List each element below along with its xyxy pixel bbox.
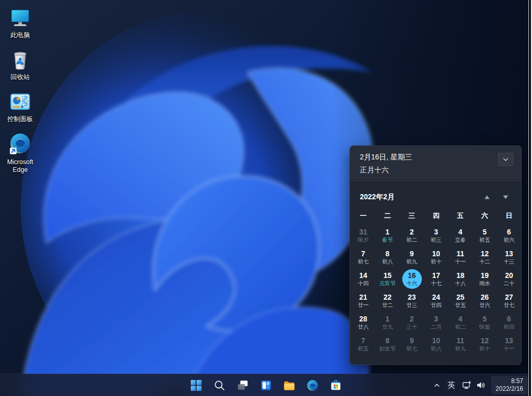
chevron-up-icon bbox=[432, 380, 442, 390]
edge-icon bbox=[306, 379, 319, 392]
calendar-header: 2月16日, 星期三 正月十六 bbox=[350, 146, 521, 183]
calendar-day-cell[interactable]: 23廿三 bbox=[400, 290, 424, 312]
task-view-button[interactable] bbox=[233, 375, 253, 395]
triangle-down-icon bbox=[503, 195, 509, 200]
desktop: 此电脑 回收站 bbox=[0, 0, 532, 396]
desktop-icon-this-pc[interactable]: 此电脑 bbox=[1, 5, 39, 40]
calendar-weekday-row: 一二三四五六日 bbox=[350, 211, 521, 224]
calendar-day-cell[interactable]: 3二月 bbox=[424, 312, 448, 333]
chevron-down-icon bbox=[502, 156, 509, 163]
calendar-day-cell[interactable]: 9初七 bbox=[400, 333, 424, 355]
desktop-icon-label: 回收站 bbox=[10, 74, 30, 81]
file-explorer-icon bbox=[283, 379, 296, 392]
weekday-label: 六 bbox=[473, 211, 497, 224]
weekday-label: 四 bbox=[424, 211, 448, 224]
calendar-day-cell[interactable]: 12初十 bbox=[473, 333, 497, 355]
search-icon bbox=[213, 379, 226, 392]
desktop-icon-control-panel[interactable]: 控制面板 bbox=[1, 89, 39, 124]
calendar-day-cell[interactable]: 10初八 bbox=[424, 333, 448, 355]
calendar-day-cell[interactable]: 11十一 bbox=[448, 246, 473, 268]
calendar-day-cell[interactable]: 5惊蛰 bbox=[473, 312, 497, 333]
triangle-up-icon bbox=[484, 195, 490, 200]
tray-expand-button[interactable] bbox=[430, 376, 444, 394]
weekday-label: 一 bbox=[351, 211, 375, 224]
weekday-label: 五 bbox=[448, 211, 473, 224]
calendar-day-cell[interactable]: 9初九 bbox=[400, 246, 424, 268]
calendar-day-cell[interactable]: 27廿七 bbox=[497, 290, 521, 312]
weekday-label: 二 bbox=[375, 211, 400, 224]
calendar-day-cell[interactable]: 26廿六 bbox=[473, 290, 497, 312]
calendar-day-cell[interactable]: 25廿五 bbox=[448, 290, 473, 312]
search-button[interactable] bbox=[209, 375, 230, 395]
widgets-button[interactable] bbox=[256, 375, 277, 395]
calendar-day-cell[interactable]: 17十七 bbox=[424, 268, 448, 290]
desktop-icon-label: 此电脑 bbox=[10, 32, 30, 39]
taskbar-center-icons bbox=[186, 374, 346, 396]
calendar-date-title: 2月16日, 星期三 bbox=[360, 153, 412, 162]
edge-icon bbox=[8, 132, 33, 157]
calendar-day-cell-selected[interactable]: 16十六 bbox=[400, 268, 424, 290]
calendar-next-month-button[interactable] bbox=[496, 189, 515, 205]
calendar-day-cell[interactable]: 7初七 bbox=[351, 246, 375, 268]
calendar-prev-month-button[interactable] bbox=[478, 189, 496, 205]
desktop-icon-recycle-bin[interactable]: 回收站 bbox=[1, 47, 39, 82]
edge-button[interactable] bbox=[302, 375, 323, 395]
calendar-month-row: 2022年2月 bbox=[350, 183, 521, 211]
calendar-collapse-button[interactable] bbox=[498, 153, 513, 166]
calendar-day-cell[interactable]: 22廿二 bbox=[375, 290, 400, 312]
recycle-bin-icon bbox=[8, 48, 32, 72]
calendar-day-cell[interactable]: 31除夕 bbox=[351, 225, 375, 246]
calendar-grid: 31除夕1春节2初二3初三4立春5初五6初六7初七8初八9初九10初十11十一1… bbox=[350, 224, 521, 355]
network-volume-button[interactable] bbox=[459, 376, 489, 394]
calendar-day-cell[interactable]: 1春节 bbox=[375, 225, 400, 246]
calendar-day-cell[interactable]: 8初八 bbox=[375, 246, 400, 268]
calendar-day-cell[interactable]: 15元宵节 bbox=[375, 268, 400, 290]
calendar-day-cell[interactable]: 6初四 bbox=[497, 312, 521, 333]
tray-date: 2022/2/16 bbox=[496, 385, 523, 393]
file-explorer-button[interactable] bbox=[279, 375, 300, 395]
calendar-day-cell[interactable]: 18十八 bbox=[448, 268, 473, 290]
widgets-icon bbox=[260, 379, 272, 392]
calendar-day-cell[interactable]: 11初九 bbox=[448, 333, 473, 355]
store-button[interactable] bbox=[326, 375, 346, 395]
desktop-icon-label: 控制面板 bbox=[7, 115, 33, 123]
calendar-day-cell[interactable]: 4立春 bbox=[448, 225, 473, 246]
this-pc-icon bbox=[8, 6, 32, 30]
weekday-label: 日 bbox=[497, 211, 521, 224]
calendar-day-cell[interactable]: 7初五 bbox=[351, 333, 375, 355]
calendar-day-cell[interactable]: 13十一 bbox=[497, 333, 521, 355]
calendar-day-cell[interactable]: 5初五 bbox=[473, 225, 497, 246]
calendar-day-cell[interactable]: 3初三 bbox=[424, 225, 448, 246]
calendar-day-cell[interactable]: 6初六 bbox=[497, 225, 521, 246]
desktop-icon-label: Microsoft Edge bbox=[2, 158, 39, 174]
calendar-day-cell[interactable]: 10初十 bbox=[424, 246, 448, 268]
calendar-day-cell[interactable]: 2三十 bbox=[400, 312, 424, 333]
calendar-day-cell[interactable]: 4初二 bbox=[448, 312, 473, 333]
speaker-icon bbox=[476, 380, 486, 390]
clock-button[interactable]: 8:57 2022/2/16 bbox=[491, 376, 528, 394]
calendar-day-cell[interactable]: 12十二 bbox=[473, 246, 497, 268]
ime-indicator-button[interactable]: 英 bbox=[445, 376, 458, 394]
ethernet-network-icon bbox=[462, 380, 472, 390]
control-panel-icon bbox=[8, 90, 32, 114]
calendar-day-cell[interactable]: 19雨水 bbox=[473, 268, 497, 290]
calendar-day-cell[interactable]: 28廿八 bbox=[351, 312, 375, 333]
calendar-lunar-subtitle: 正月十六 bbox=[360, 166, 412, 175]
desktop-icon-list: 此电脑 回收站 bbox=[1, 5, 39, 175]
calendar-day-cell[interactable]: 13十三 bbox=[497, 246, 521, 268]
tray-time: 8:57 bbox=[511, 377, 523, 385]
weekday-label: 三 bbox=[400, 211, 424, 224]
calendar-day-cell[interactable]: 20二十 bbox=[497, 268, 521, 290]
calendar-day-cell[interactable]: 1廿九 bbox=[375, 312, 400, 333]
calendar-month-label: 2022年2月 bbox=[360, 193, 394, 202]
calendar-day-cell[interactable]: 21廿一 bbox=[351, 290, 375, 312]
calendar-day-cell[interactable]: 8妇女节 bbox=[375, 333, 400, 355]
microsoft-store-icon bbox=[329, 379, 342, 392]
desktop-icon-microsoft-edge[interactable]: Microsoft Edge bbox=[1, 131, 39, 175]
calendar-day-cell[interactable]: 24廿四 bbox=[424, 290, 448, 312]
screen-right-edge bbox=[528, 0, 532, 396]
system-tray: 英 8:57 2022/2/16 bbox=[430, 374, 528, 396]
calendar-day-cell[interactable]: 14十四 bbox=[351, 268, 375, 290]
calendar-day-cell[interactable]: 2初二 bbox=[400, 225, 424, 246]
start-button[interactable] bbox=[186, 375, 207, 395]
